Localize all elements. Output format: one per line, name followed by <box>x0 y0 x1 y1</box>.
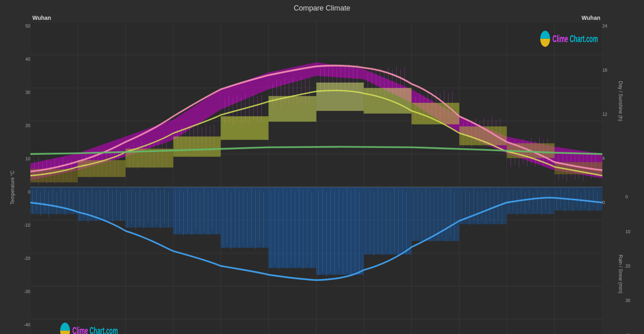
svg-rect-146 <box>507 187 554 214</box>
left-axis-label: Temperature °C <box>8 15 16 334</box>
chart-inner: Wuhan Wuhan <box>30 15 602 334</box>
svg-text:Clime: Clime <box>553 34 568 44</box>
right-axis-rain-label: Rain / Snow (mm) <box>617 187 625 334</box>
right-axis-bottom-values: 0 10 20 30 40 <box>624 15 636 334</box>
svg-rect-86 <box>268 187 316 268</box>
svg-rect-98 <box>317 187 364 275</box>
city-label-left: Wuhan <box>32 15 51 21</box>
svg-rect-295 <box>221 116 268 140</box>
svg-text:Chart.com: Chart.com <box>570 34 598 44</box>
chart-area: Temperature °C 50 40 30 20 10 0 -10 -20 … <box>8 15 636 334</box>
city-label-right: Wuhan <box>582 15 600 21</box>
svg-rect-297 <box>317 83 364 111</box>
svg-rect-74 <box>221 187 268 248</box>
city-labels: Wuhan Wuhan <box>30 15 602 21</box>
svg-text:Chart.com: Chart.com <box>90 326 118 334</box>
svg-text:Clime: Clime <box>72 326 88 334</box>
chart-svg: Clime Chart.com Clime Chart.com <box>30 22 602 334</box>
chart-title: Compare Climate <box>8 4 636 13</box>
right-axis-sunshine-label: Day / Sunshine (h) <box>617 15 625 187</box>
left-axis-values: 50 40 30 20 10 0 -10 -20 -30 -40 -50 <box>16 15 30 334</box>
svg-rect-50 <box>125 187 173 228</box>
svg-rect-38 <box>78 187 125 221</box>
svg-rect-110 <box>364 187 412 255</box>
svg-rect-294 <box>173 136 221 157</box>
right-axis-top-values: 24 18 12 6 0 <box>602 15 617 205</box>
svg-rect-298 <box>364 88 412 113</box>
main-container: Compare Climate Temperature °C 50 40 30 … <box>0 0 644 334</box>
svg-rect-62 <box>173 187 221 234</box>
svg-rect-292 <box>78 160 125 177</box>
svg-rect-122 <box>412 187 459 241</box>
